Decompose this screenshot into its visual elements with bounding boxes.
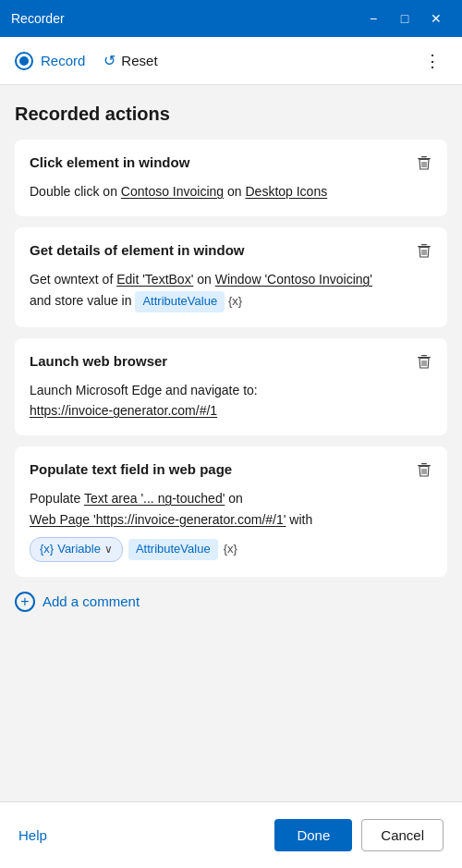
card-body-2: Get owntext of Edit 'TextBox' on Window …: [30, 269, 432, 312]
card-header-1: Click element in window: [30, 154, 432, 174]
action-card-4: Populate text field in web page Populate…: [15, 446, 447, 577]
svg-rect-16: [421, 463, 427, 464]
reset-label: Reset: [121, 53, 157, 68]
card-1-prefix: Double click on: [30, 184, 117, 199]
card-1-link2[interactable]: Desktop Icons: [245, 184, 327, 199]
toolbar: Record ↺ Reset ⋮: [0, 37, 462, 85]
svg-rect-11: [421, 355, 427, 356]
add-comment-icon: +: [15, 592, 35, 612]
delete-card-2-button[interactable]: [416, 242, 432, 262]
add-comment-button[interactable]: + Add a comment: [15, 592, 140, 612]
record-dot-icon: [19, 56, 29, 66]
add-comment-label: Add a comment: [43, 593, 140, 609]
title-bar: Recorder − □ ✕: [0, 0, 462, 37]
delete-card-1-button[interactable]: [416, 154, 432, 174]
card-1-link1[interactable]: Contoso Invoicing: [121, 184, 224, 199]
card-2-tag: AttributeValue: [135, 291, 225, 312]
card-title-4: Populate text field in web page: [30, 461, 232, 477]
footer-right: Done Cancel: [274, 819, 444, 851]
card-4-suffix: with: [289, 512, 312, 527]
card-body-3: Launch Microsoft Edge and navigate to: h…: [30, 380, 432, 422]
toolbar-left: Record ↺ Reset: [15, 52, 158, 70]
card-body-1: Double click on Contoso Invoicing on Des…: [30, 181, 432, 202]
reset-icon: ↺: [103, 52, 116, 69]
card-2-brace: {x}: [228, 294, 242, 308]
action-card-3: Launch web browser Launch Microsoft Edge…: [15, 338, 447, 436]
card-3-prefix: Launch Microsoft Edge and navigate to:: [30, 383, 258, 397]
card-header-4: Populate text field in web page: [30, 461, 432, 481]
minimize-button[interactable]: −: [359, 4, 388, 33]
card-2-middle: on: [197, 272, 214, 287]
cancel-button[interactable]: Cancel: [361, 819, 444, 851]
card-2-suffix: and store value in: [30, 293, 132, 308]
action-card-2: Get details of element in window Get own…: [15, 227, 447, 326]
record-circle-icon: [15, 52, 33, 70]
action-card-1: Click element in window Double click on …: [15, 140, 447, 216]
card-2-prefix: Get owntext of: [30, 272, 113, 287]
card-1-middle: on: [227, 184, 245, 199]
delete-card-4-button[interactable]: [416, 461, 432, 481]
card-4-tag: AttributeValue: [128, 539, 218, 560]
chevron-down-icon: ∨: [104, 541, 113, 558]
card-3-url[interactable]: https://invoice-generator.com/#/1: [30, 403, 217, 418]
title-bar-title: Recorder: [11, 11, 65, 26]
card-4-middle: on: [228, 491, 243, 506]
record-label: Record: [41, 53, 85, 68]
svg-rect-6: [421, 244, 427, 245]
card-4-brace-right: {x}: [224, 540, 237, 559]
card-4-prefix: Populate: [30, 491, 80, 506]
delete-card-3-button[interactable]: [416, 353, 432, 373]
card-title-1: Click element in window: [30, 154, 189, 170]
card-header-3: Launch web browser: [30, 353, 432, 373]
done-button[interactable]: Done: [274, 819, 352, 851]
card-body-4: Populate Text area '... ng-touched' on W…: [30, 488, 432, 562]
card-2-link1[interactable]: Edit 'TextBox': [116, 272, 193, 287]
reset-button[interactable]: ↺ Reset: [103, 52, 157, 69]
variable-label: Variable: [57, 540, 101, 559]
record-button[interactable]: Record: [15, 52, 85, 70]
section-title: Recorded actions: [15, 104, 447, 125]
variable-tag[interactable]: {x} Variable ∨: [30, 537, 123, 562]
maximize-button[interactable]: □: [390, 4, 419, 33]
card-header-2: Get details of element in window: [30, 242, 432, 262]
main-content: Recorded actions Click element in window…: [0, 85, 462, 801]
title-bar-controls: − □ ✕: [359, 4, 451, 33]
curly-icon: {x}: [40, 540, 54, 559]
card-title-3: Launch web browser: [30, 353, 167, 369]
card-title-2: Get details of element in window: [30, 242, 245, 258]
card-4-link2[interactable]: Web Page 'https://invoice-generator.com/…: [30, 512, 286, 527]
card-4-link1[interactable]: Text area '... ng-touched': [84, 491, 225, 506]
title-bar-left: Recorder: [11, 11, 65, 26]
card-4-var-group: {x} Variable ∨ AttributeValue {x}: [30, 537, 237, 562]
close-button[interactable]: ✕: [421, 4, 451, 33]
svg-rect-1: [421, 156, 427, 157]
footer: Help Done Cancel: [0, 801, 462, 868]
card-2-link2[interactable]: Window 'Contoso Invoicing': [215, 272, 372, 287]
more-options-button[interactable]: ⋮: [418, 46, 447, 76]
help-button[interactable]: Help: [18, 827, 47, 843]
